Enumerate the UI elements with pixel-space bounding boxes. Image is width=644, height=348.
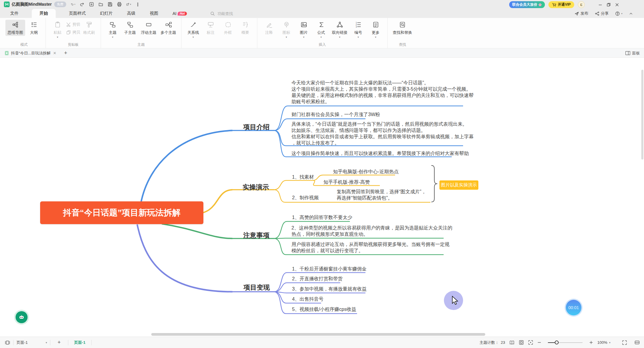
open-file-button[interactable] (98, 2, 103, 7)
topic-demo-sub3[interactable]: 复制高赞回答到剪映里，选择“图文成片”， 再选择“智能匹配表情包”。 (337, 189, 426, 201)
tab-slides[interactable]: 幻灯片 (99, 9, 114, 18)
copy-button[interactable]: 拷贝 (66, 30, 80, 35)
active-page-tab[interactable]: 页面-1 (71, 340, 89, 345)
tab-home[interactable]: 开始 (32, 9, 56, 18)
group-label-clipboard: 剪贴板 (49, 42, 98, 48)
ai-assistant-button[interactable] (14, 310, 29, 325)
open-vip-button[interactable]: 开通VIP (548, 1, 574, 8)
zoom-out-button[interactable] (537, 341, 541, 344)
topic-intro-4[interactable]: 这个项目操作简单快速，而且可以快速积累流量。希望我接下来的介绍对大家有帮助 (291, 150, 469, 156)
tab-file[interactable]: 文件 (9, 9, 20, 18)
export-share-button[interactable]: ▾ (126, 2, 131, 7)
recording-timer-bubble[interactable]: 00:01 (565, 299, 583, 317)
summary-topic[interactable]: 图片以及实操演示 (439, 180, 478, 190)
comment-button[interactable]: 注释 (260, 20, 278, 36)
topic-monetize-2[interactable]: 2、开直播收打赏和带货 (292, 276, 343, 282)
redo-button[interactable] (80, 2, 85, 7)
panel-icon (625, 51, 630, 55)
topic-button[interactable]: 主题 ▾ (104, 20, 121, 39)
page-overview-button[interactable] (5, 340, 10, 345)
zoom-slider-thumb[interactable] (555, 341, 559, 344)
topic-monetize-5[interactable]: 5、视频挂载/小程序赚cps收益 (292, 306, 356, 312)
topic-notes-3[interactable]: 用户很容易通过评论互动，从而帮助视频获得更多曝光。当账号拥有一定规 模的粉丝后，… (291, 241, 450, 254)
split-view-button[interactable] (634, 340, 640, 345)
branch-label-demo[interactable]: 实操演示 (243, 183, 269, 192)
summary-brace (431, 165, 437, 202)
print-button[interactable] (117, 2, 122, 7)
callout-button[interactable]: 标注 (202, 20, 219, 36)
more-quick-actions-icon[interactable] (135, 2, 140, 7)
topic-demo-sub2[interactable]: 知乎手机版-推荐-高赞 (323, 179, 370, 185)
topic-monetize-1[interactable]: 1、千粉后开通橱窗挂小黄车赚佣金 (292, 266, 367, 272)
topic-monetize-4[interactable]: 4、出售抖音号 (292, 296, 323, 302)
svg-text:3: 3 (356, 26, 357, 28)
user-avatar[interactable]: E (578, 1, 585, 8)
add-page-button[interactable]: + (53, 339, 65, 346)
cut-button[interactable]: 剪切 (66, 22, 80, 27)
relationship-line-button[interactable]: 关系线 ▾ (185, 20, 202, 39)
summary-button[interactable]: 概要 (237, 20, 254, 36)
tab-page-style[interactable]: 页面样式 (68, 9, 87, 18)
boundary-button[interactable]: 外框 (219, 20, 237, 36)
zoom-level-dropdown[interactable]: 100%▾ (597, 340, 610, 345)
new-tab-button[interactable]: + (64, 50, 67, 56)
topic-notes-2[interactable]: 2、这种类型的视频之所以容易获得用户的青睐，是因为选题贴近大众关注的 热点，同时… (291, 225, 452, 237)
reading-view-button[interactable] (509, 340, 515, 345)
tab-view[interactable]: 视图 (149, 9, 159, 18)
branch-label-intro[interactable]: 项目介绍 (243, 123, 270, 132)
document-tab[interactable]: 抖音“今日...目玩法拆解 ✕ (0, 49, 60, 57)
topic-demo-item1[interactable]: 1、找素材 (292, 174, 314, 180)
member-promo-badge[interactable]: 联合会员大放价 (509, 1, 545, 8)
topic-demo-sub1[interactable]: 知乎电脑版-创作中心-近期热点 (333, 168, 399, 175)
tab-ai[interactable]: AIHot (171, 9, 188, 18)
topic-monetize-3[interactable]: 3、参加中视频，有播放量就有收益 (292, 286, 367, 292)
floating-topic-button[interactable]: 浮动主题 (139, 20, 158, 36)
subtopic-button[interactable]: 子主题 (121, 20, 139, 36)
branch-label-monetize[interactable]: 项目变现 (244, 283, 270, 292)
horizontal-scrollbar[interactable] (151, 333, 485, 336)
icon-marker-button[interactable]: 图标 ▾ (278, 20, 295, 39)
find-replace-button[interactable]: 查找和替换 (391, 20, 414, 36)
minimize-button[interactable] (596, 1, 604, 8)
app-logo (4, 1, 10, 7)
close-tab-icon[interactable]: ✕ (53, 51, 56, 55)
publish-button[interactable]: 发布 (575, 11, 588, 16)
topic-intro-2[interactable]: 财门社群有位会员实操，一个月涨了3W粉 (291, 111, 380, 118)
undo-button[interactable]: ▾ (70, 2, 75, 7)
picture-button[interactable]: 图片 ▾ (295, 20, 312, 39)
vertical-scrollbar[interactable] (641, 70, 643, 159)
help-button[interactable]: ▾ (615, 11, 622, 16)
share-button[interactable]: 分享 (595, 11, 609, 16)
paper-plane-icon (575, 11, 579, 16)
multiple-topics-button[interactable]: 多个主题 (158, 20, 178, 36)
collapse-ribbon-button[interactable] (629, 12, 633, 16)
fit-to-window-button[interactable] (519, 340, 524, 345)
formula-button[interactable]: 公式 ▾ (312, 20, 330, 39)
fullscreen-button[interactable] (622, 340, 627, 345)
page-select-dropdown[interactable]: 页面-1▾ (16, 340, 47, 345)
branch-label-notes[interactable]: 注意事项 (243, 231, 270, 240)
zoom-slider[interactable] (548, 341, 583, 345)
close-button[interactable] (613, 1, 621, 8)
topic-demo-item2[interactable]: 2、制作视频 (292, 194, 319, 201)
topic-notes-1[interactable]: 1、高赞的回答字数不要太少 (292, 214, 352, 221)
outline-mode-button[interactable]: 大纲 (25, 20, 43, 36)
tab-advanced[interactable]: 高级 (126, 9, 137, 18)
feature-search[interactable] (210, 11, 248, 16)
zoom-in-button[interactable] (589, 341, 593, 344)
save-button[interactable] (108, 2, 113, 7)
presentation-preview-button[interactable] (528, 340, 533, 345)
panel-toggle-button[interactable]: 面板 (625, 51, 640, 56)
topic-intro-1[interactable]: 今天给大家介绍一个近期在抖音上火爆的新玩法——“今日话题”。 这个项目听起来很高… (291, 80, 474, 105)
format-painter-button[interactable]: 格式刷 (80, 20, 98, 36)
bidirectional-link-button[interactable]: 双向链接 ▾ (330, 20, 350, 39)
mindmap-mode-button[interactable]: 思维导图 (5, 20, 25, 36)
search-input[interactable] (217, 11, 248, 16)
paste-button[interactable]: 粘贴 ▾ (49, 20, 66, 39)
numbering-button[interactable]: 123 编号 ▾ (350, 20, 367, 39)
central-topic[interactable]: 抖音“今日话题”项目新玩法拆解 (40, 201, 203, 224)
restore-button[interactable] (604, 1, 613, 8)
topic-intro-3[interactable]: 具体来说，“今日话题”就是选择一个当下热门的话题，然后用视频的形式表现出来。 比… (291, 121, 474, 146)
new-document-button[interactable] (89, 2, 94, 7)
more-insert-button[interactable]: 更多 ▾ (367, 20, 384, 39)
